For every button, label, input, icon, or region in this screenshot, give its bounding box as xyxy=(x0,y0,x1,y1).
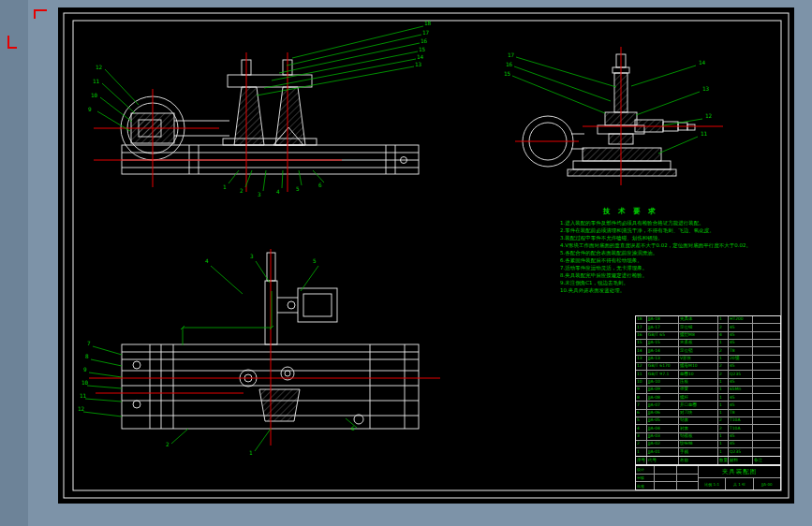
part-balloon: 5 xyxy=(296,186,300,192)
bom-cell-no: 9 xyxy=(636,387,647,393)
part-balloon: 12 xyxy=(78,406,84,412)
bom-cell-qty: 2 xyxy=(718,324,729,330)
bom-cell-name: 钻模板 xyxy=(679,433,718,440)
bom-cell-remark xyxy=(753,371,780,377)
part-balloon: 10 xyxy=(91,93,97,98)
title-block-main: 夹具装配图 比例 1:1 共 1 张 JJA-00 xyxy=(699,466,780,489)
bom-cell-material: T8 xyxy=(729,410,753,416)
bom-row: 3 JJA-03 钻模板 1 45 xyxy=(636,432,780,440)
bom-cell-name: 衬套 xyxy=(679,425,718,431)
bom-cell-name: 定位键 xyxy=(679,324,718,330)
bom-cell-material: 45 xyxy=(729,394,753,401)
bom-cell-code: GB/T 6170 xyxy=(647,363,679,370)
bom-cell-qty: 1 xyxy=(718,387,729,393)
bom-cell-no: 7 xyxy=(636,402,647,408)
bom-cell-qty: 1 xyxy=(718,356,729,362)
bom-cell-no: 4 xyxy=(636,425,647,431)
tech-requirement-line: 9.未注倒角C1，锐边去毛刺。 xyxy=(560,279,770,286)
tech-requirement-line: 3.装配过程中零件不允许磕碰、划伤和锈蚀。 xyxy=(560,234,770,241)
tech-requirement-line: 2.零件在装配前必须清理和清洗干净，不得有毛刺、飞边、氧化皮。 xyxy=(560,226,770,234)
bom-cell-code: JJA-01 xyxy=(647,448,679,455)
title-block-info: 比例 1:1 共 1 张 JJA-00 xyxy=(699,477,780,489)
bom-cell-remark xyxy=(753,448,780,455)
bom-row: 10 JJA-10 压板 1 45 xyxy=(636,378,780,386)
part-balloon: 2 xyxy=(240,188,244,194)
bom-table: 18 JJA-18 夹具体 1 HT200 17 JJA-17 定位键 2 45… xyxy=(635,315,781,465)
bom-header-cell: 数量 xyxy=(718,457,729,464)
bom-cell-material: Q235 xyxy=(729,371,753,377)
part-balloon: 16 xyxy=(506,62,512,67)
bom-cell-remark xyxy=(753,387,780,393)
drawing-sheets: 共 1 张 xyxy=(726,478,753,489)
signoff-blank xyxy=(655,466,677,474)
bom-cell-material: 45 xyxy=(729,363,753,370)
bom-cell-no: 13 xyxy=(636,356,647,362)
bom-cell-no: 16 xyxy=(636,332,647,339)
bom-cell-code: JJA-04 xyxy=(647,425,679,431)
bom-cell-no: 15 xyxy=(636,340,647,346)
bom-cell-remark xyxy=(753,332,780,339)
bom-cell-code: JJA-09 xyxy=(647,387,679,393)
part-balloon: 11 xyxy=(93,79,99,84)
part-balloon: 10 xyxy=(81,380,88,386)
bom-row: 8 JJA-08 螺杆 1 45 xyxy=(636,393,780,401)
bom-cell-name: 钻套 xyxy=(679,417,718,424)
bom-cell-name: 压板 xyxy=(679,379,718,386)
signoff-blank xyxy=(677,475,699,482)
signoff-row: 审核 xyxy=(636,474,698,482)
part-balloon: 8 xyxy=(85,354,89,359)
part-balloon: 15 xyxy=(504,71,510,77)
bom-cell-material: 45 xyxy=(729,340,753,346)
bom-cell-no: 3 xyxy=(636,433,647,440)
part-balloon: 3 xyxy=(258,192,261,197)
signoff-blank xyxy=(655,475,677,482)
part-balloon: 4 xyxy=(276,189,280,195)
signoff-row: 批准 xyxy=(636,481,698,489)
part-balloon: 11 xyxy=(80,393,86,399)
bom-row: 4 JJA-04 衬套 2 T10A xyxy=(636,424,780,431)
part-balloon: 9 xyxy=(83,367,87,373)
registration-mark-icon xyxy=(34,9,47,19)
bom-cell-material: 65Mn xyxy=(729,387,753,393)
bom-cell-code: JJA-15 xyxy=(647,340,679,346)
bom-cell-material: T8 xyxy=(729,347,753,354)
drawing-title: 夹具装配图 xyxy=(699,466,780,477)
viewer-edge-strip xyxy=(0,0,28,526)
bom-cell-qty: 1 xyxy=(718,448,729,455)
bom-cell-qty: 2 xyxy=(718,417,729,424)
bom-header-row: 序号 代号 名称 数量 材料 备注 xyxy=(636,456,780,464)
tech-requirement-line: 1.进入装配的零件及部件均必须具有检验合格证方能进行装配。 xyxy=(560,219,770,226)
part-balloon: 5 xyxy=(313,258,317,264)
bom-row: 7 JJA-07 开口垫圈 1 45 xyxy=(636,401,780,408)
bom-cell-remark xyxy=(753,410,780,416)
bom-cell-qty: 1 xyxy=(718,340,729,346)
drawing-code: JJA-00 xyxy=(754,478,780,489)
part-balloon: 7 xyxy=(87,341,91,346)
signoff-label: 设计 xyxy=(636,466,655,474)
bom-cell-no: 6 xyxy=(636,410,647,416)
bom-header-cell: 名称 xyxy=(679,457,718,464)
bom-cell-code: JJA-13 xyxy=(647,356,679,362)
bom-cell-name: 支承板 xyxy=(679,340,718,346)
bom-cell-remark xyxy=(753,417,780,424)
part-balloon: 9 xyxy=(88,107,92,112)
bom-cell-qty: 1 xyxy=(718,316,729,323)
signoff-label: 审核 xyxy=(636,475,655,482)
bom-cell-name: 对刀块 xyxy=(679,410,718,416)
bom-cell-code: JJA-17 xyxy=(647,324,679,330)
part-balloon: 13 xyxy=(702,86,709,92)
bom-row: 12 GB/T 6170 螺母M10 2 45 xyxy=(636,362,780,370)
bom-cell-qty: 2 xyxy=(718,425,729,431)
part-balloon: 17 xyxy=(508,52,514,58)
bom-cell-remark xyxy=(753,379,780,386)
bom-row: 13 JJA-13 V形块 1 20钢 xyxy=(636,355,780,362)
bom-cell-code: JJA-06 xyxy=(647,410,679,416)
bom-cell-no: 2 xyxy=(636,441,647,447)
part-balloon: 14 xyxy=(417,54,423,60)
bom-cell-remark xyxy=(753,340,780,346)
part-balloon: 18 xyxy=(424,21,431,26)
bom-cell-code: JJA-10 xyxy=(647,379,679,386)
signoff-blank xyxy=(655,482,677,489)
tech-requirement-line: 4.V形块工作面对底面的垂直度误差不大于0.02，定位面对底面平行度不大于0.0… xyxy=(560,241,770,249)
bom-cell-no: 10 xyxy=(636,379,647,386)
